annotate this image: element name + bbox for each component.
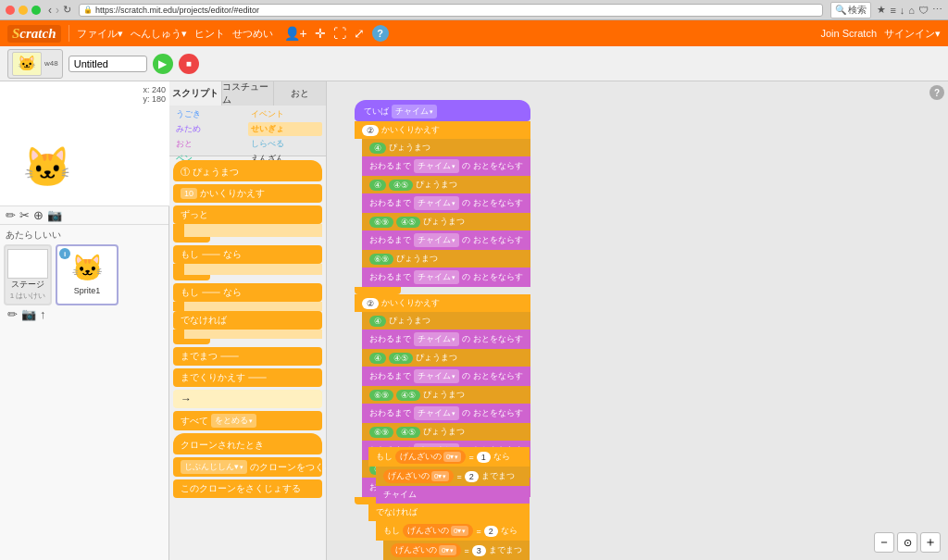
- hat-block-chime[interactable]: ていば チャイム: [355, 100, 530, 121]
- block-repeat-2[interactable]: ② かいくりかえす: [355, 121, 530, 139]
- cat-events[interactable]: イベント: [248, 107, 323, 121]
- reader-icon[interactable]: ≡: [890, 5, 895, 16]
- block-4-piyo[interactable]: ④ ぴょうまつ: [362, 139, 530, 156]
- menu-icon[interactable]: ⋯: [932, 4, 942, 16]
- script-help-icon[interactable]: ?: [929, 85, 944, 100]
- camera-sprite-icon[interactable]: 📷: [21, 307, 36, 321]
- block-69-piyo[interactable]: ⑥⑨ ぴょうまつ: [362, 250, 530, 268]
- block-play-chime-1[interactable]: おわるまで チャイム の おとをならす: [362, 156, 530, 176]
- blocks-tabs: スクリプト コスチューム おと: [169, 81, 326, 106]
- block-play-chime-4[interactable]: おわるまで チャイム の おとをならす: [362, 268, 530, 287]
- script-area: ? ていば チャイム ② かいくりかえす ④ ぴょうまつ おわるまで チャイム: [327, 81, 948, 560]
- block-arrow[interactable]: →: [173, 390, 322, 408]
- search-box[interactable]: 🔍 検索: [830, 2, 872, 19]
- menu-tips[interactable]: ヒント: [194, 27, 225, 41]
- script-stack-1: ていば チャイム ② かいくりかえす ④ ぴょうまつ おわるまで チャイム の …: [355, 100, 530, 504]
- zoom-controls: － ⊙ ＋: [874, 532, 941, 553]
- scratch-topbar: Scratch ファイル▾ へんしゅう▾ ヒント せつめい 👤+ ✛ ⛶ ⤢ ?…: [0, 20, 948, 46]
- block-wait-genzai[interactable]: げんざいの 0▾ = 2 までまつ: [376, 467, 530, 486]
- info-badge[interactable]: i: [59, 248, 70, 259]
- block-else[interactable]: でなければ: [368, 504, 530, 521]
- fullscreen-icon[interactable]: ⛶: [333, 26, 346, 41]
- shield-icon: 🛡: [918, 5, 929, 16]
- block-69-45-piyo-c[interactable]: ⑥⑨ ④⑤ ぴょうまつ: [362, 423, 530, 441]
- browser-close-btn[interactable]: [6, 6, 15, 15]
- block-delete-clone[interactable]: このクローンをさくじょする: [173, 479, 322, 498]
- blocks-list: ① ぴょうまつ 10 かいくりかえす ずっと もし: [169, 156, 326, 560]
- address-bar[interactable]: 🔒 https://scratch.mit.edu/projects/edito…: [79, 4, 823, 17]
- zoom-reset-button[interactable]: ⊙: [897, 532, 917, 553]
- help-button[interactable]: ?: [372, 25, 389, 42]
- cat-motion[interactable]: うごき: [173, 107, 248, 121]
- block-repeat-2b[interactable]: ② かいくりかえす: [355, 294, 530, 312]
- menu-file[interactable]: ファイル▾: [77, 27, 123, 41]
- block-play-chime-6[interactable]: おわるまで チャイム の おとをならす: [362, 367, 530, 386]
- block-wait-until[interactable]: までまつ: [173, 347, 322, 366]
- menu-edit[interactable]: へんしゅう▾: [131, 27, 187, 41]
- copy-tool-icon[interactable]: ⊕: [33, 208, 44, 222]
- tab-costumes[interactable]: コスチューム: [222, 81, 275, 106]
- block-4-45-piyo-b[interactable]: ④ ④⑤ ぴょうまつ: [362, 349, 530, 367]
- block-forever[interactable]: ずっと: [173, 205, 322, 243]
- sprite1-thumbnail[interactable]: i 🐱 Sprite1: [56, 244, 118, 305]
- person-add-icon[interactable]: 👤+: [284, 26, 307, 41]
- block-repeat-until[interactable]: までくりかえす: [173, 368, 322, 387]
- stage-thumbnail[interactable]: ステージ 1 はいけい: [4, 244, 52, 305]
- home-icon[interactable]: ⌂: [908, 5, 915, 16]
- block-play-chime-7[interactable]: おわるまで チャイム の おとをならす: [362, 404, 530, 423]
- blocks-panel: スクリプト コスチューム おと うごき みため おと ペン データ イベント せ…: [169, 81, 327, 560]
- paint-sprite-icon[interactable]: ✏: [7, 307, 18, 321]
- zoom-in-button[interactable]: ＋: [920, 532, 941, 553]
- tab-sounds[interactable]: おと: [274, 81, 326, 106]
- block-play-chime-3[interactable]: おわるまで チャイム の おとをならす: [362, 230, 530, 250]
- bookmark-icon[interactable]: ★: [877, 4, 886, 16]
- block-play-chime-2[interactable]: おわるまで チャイム の おとをならす: [362, 193, 530, 213]
- stop-button[interactable]: ■: [179, 54, 199, 74]
- browser-minimize-btn[interactable]: [19, 6, 28, 15]
- block-play-chime-5[interactable]: おわるまで チャイム の おとをならす: [362, 330, 530, 349]
- scissors-tool-icon[interactable]: ✂: [19, 208, 30, 222]
- block-if-else[interactable]: もし なら でなければ: [173, 283, 322, 344]
- stop-icon: ■: [186, 58, 192, 68]
- block-wait-genzai-2[interactable]: げんざいの 0▾ = 3 までまつ: [383, 541, 530, 560]
- zoom-out-button[interactable]: －: [874, 532, 894, 553]
- block-if-genzai[interactable]: もし げんざいの 0▾ = 1 なら: [368, 447, 530, 467]
- block-4-45-piyo[interactable]: ④ ④⑤ ぴょうまつ: [362, 176, 530, 193]
- block-69-45-piyo[interactable]: ⑥⑨ ④⑤ ぴょうまつ: [362, 213, 530, 230]
- stage-canvas: 🐱 x: 240 y: 180: [0, 81, 169, 206]
- cat-sensing[interactable]: しらべる: [248, 137, 323, 151]
- crosshair-icon[interactable]: ✛: [315, 26, 326, 41]
- block-4-piyo-b[interactable]: ④ ぴょうまつ: [362, 312, 530, 330]
- block-if-genzai-2[interactable]: もし げんざいの 0▾ = 2 なら: [376, 521, 530, 541]
- reload-icon[interactable]: ↻: [63, 4, 71, 16]
- block-if[interactable]: もし なら: [173, 245, 322, 280]
- cat-control[interactable]: せいぎょ: [248, 122, 323, 136]
- expand-icon[interactable]: ⤢: [354, 26, 365, 41]
- green-flag-button[interactable]: ▶: [153, 54, 173, 74]
- block-loops-repeat[interactable]: ① ぴょうまつ: [173, 160, 322, 181]
- script-stack-2: もし げんざいの 0▾ = 1 なら げんざいの 0▾ = 2 までまつ チャイ…: [368, 447, 530, 560]
- download-icon[interactable]: ↓: [900, 5, 905, 16]
- back-icon[interactable]: ‹: [48, 4, 52, 17]
- pen-tool-icon[interactable]: ✏: [6, 208, 16, 222]
- join-scratch-link[interactable]: Join Scratch: [820, 28, 877, 39]
- block-create-clone[interactable]: じぶんじしん▾ のクローンをつくる: [173, 457, 322, 477]
- camera-tool-icon[interactable]: 📷: [47, 208, 62, 222]
- block-chime-inner[interactable]: チャイム: [376, 486, 530, 504]
- sprite-name-input[interactable]: Untitled: [69, 56, 147, 72]
- block-repeat[interactable]: 10 かいくりかえす: [173, 184, 322, 203]
- browser-maximize-btn[interactable]: [31, 6, 41, 15]
- cat-looks[interactable]: みため: [173, 122, 248, 136]
- menu-about[interactable]: せつめい: [232, 27, 273, 41]
- block-when-cloned[interactable]: クローンされたとき: [173, 433, 322, 454]
- topbar-divider: [69, 25, 69, 42]
- tab-scripts[interactable]: スクリプト: [169, 81, 222, 106]
- sprite1-label: Sprite1: [74, 286, 101, 295]
- block-69-45-piyo-b[interactable]: ⑥⑨ ④⑤ ぴょうまつ: [362, 386, 530, 404]
- upload-sprite-icon[interactable]: ↑: [40, 307, 46, 321]
- signin-link[interactable]: サインイン▾: [884, 27, 941, 41]
- block-stop-all[interactable]: すべて をとめる: [173, 411, 322, 430]
- cat-sound[interactable]: おと: [173, 137, 248, 151]
- blocks-categories: うごき みため おと ペン データ イベント せいぎょ しらべる えんざん その…: [169, 106, 326, 156]
- scratch-logo[interactable]: Scratch: [7, 25, 61, 43]
